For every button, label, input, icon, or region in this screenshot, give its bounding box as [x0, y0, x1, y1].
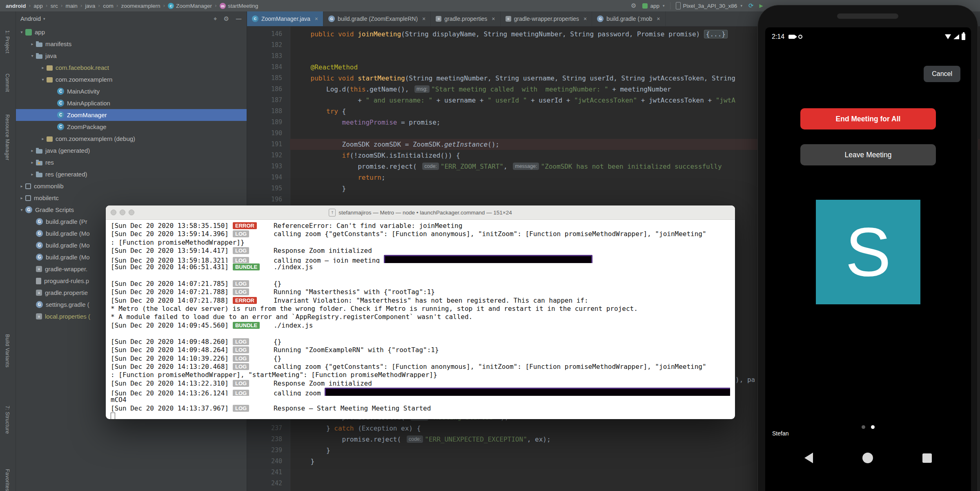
android-studio-window: android›app›src›main›java›com›zoomexampl…: [0, 0, 980, 491]
home-button[interactable]: [862, 453, 873, 463]
terminal-line: [111, 413, 730, 419]
log-badge-log: LOG: [233, 257, 249, 263]
wifi-icon: [945, 34, 951, 39]
folder-icon: [36, 149, 42, 154]
tree-item-mobilertc[interactable]: ▸mobilertc: [16, 192, 247, 204]
leave-meeting-button[interactable]: Leave Meeting: [800, 144, 936, 165]
tree-item-java-generated[interactable]: ▸java (generated): [16, 145, 247, 156]
expand-arrow-icon[interactable]: ▾: [18, 208, 25, 212]
tree-item-res[interactable]: ▸res: [16, 156, 247, 168]
gradle-icon: G: [36, 242, 43, 249]
terminal-window[interactable]: ↑ stefanmajiros — Metro — node • launchP…: [106, 205, 735, 419]
log-badge-log: LOG: [233, 338, 249, 345]
tab-zoommanager-java[interactable]: CZoomManager.java×: [247, 11, 323, 26]
terminal-line: [Sun Dec 20 2020 14:06:51.431]BUNDLE./in…: [111, 263, 730, 271]
minimize-icon[interactable]: —: [236, 15, 242, 22]
back-button[interactable]: [804, 453, 813, 463]
tab-build-gradle-zoomexamplern[interactable]: Gbuild.gradle (ZoomExampleRN)×: [323, 11, 431, 26]
expand-arrow-icon[interactable]: ▸: [18, 184, 25, 188]
module-icon: [25, 195, 31, 201]
log-badge-error: ERROR: [233, 222, 257, 229]
tree-item-com-facebook-react[interactable]: ▸com.facebook.react: [16, 62, 247, 74]
tree-item-zoompackage[interactable]: CZoomPackage: [16, 121, 247, 133]
tree-item-zoommanager[interactable]: CZoomManager: [16, 109, 247, 121]
expand-arrow-icon[interactable]: ▾: [29, 54, 36, 58]
zoom-window-icon[interactable]: [129, 210, 134, 215]
log-badge-log: LOG: [233, 280, 249, 287]
expand-arrow-icon[interactable]: ▸: [18, 196, 25, 200]
expand-arrow-icon[interactable]: ▸: [39, 65, 47, 70]
log-badge-log: LOG: [233, 363, 249, 370]
tool-window-button-resource-manager[interactable]: Resource Manager: [4, 114, 10, 161]
breadcrumb-startmeeting[interactable]: mstartMeeting: [219, 3, 259, 9]
recents-button[interactable]: [922, 453, 932, 463]
expand-arrow-icon[interactable]: ▸: [29, 172, 36, 176]
props-icon: ≡: [36, 266, 42, 272]
breadcrumb-main[interactable]: main: [65, 3, 78, 9]
tree-item-mainapplication[interactable]: CMainApplication: [16, 97, 247, 109]
tool-window-button-7-structure[interactable]: 7: Structure: [4, 406, 10, 434]
folder-icon: [36, 173, 42, 177]
terminal-output[interactable]: [Sun Dec 20 2020 13:58:35.150]ERRORRefer…: [106, 220, 735, 419]
cancel-button[interactable]: Cancel: [924, 66, 960, 82]
gear-icon[interactable]: ⚙: [224, 15, 229, 22]
tool-window-button-commit[interactable]: Commit: [4, 74, 10, 92]
terminal-line: [111, 272, 730, 280]
breadcrumb-separator-icon: ›: [163, 3, 165, 9]
run-icon[interactable]: ▶: [759, 0, 763, 11]
tab-gradle-properties[interactable]: ≡gradle.properties×: [431, 11, 500, 26]
expand-arrow-icon[interactable]: ▸: [39, 136, 47, 141]
tree-item-com-zoomexamplern-debug[interactable]: ▸com.zoomexamplern (debug): [16, 133, 247, 145]
close-tab-icon[interactable]: ×: [492, 16, 495, 22]
tab-build-gradle-mob[interactable]: Gbuild.gradle (:mob×: [592, 11, 665, 26]
sync-icon[interactable]: ⟳: [748, 0, 754, 11]
close-tab-icon[interactable]: ×: [315, 16, 318, 22]
close-tab-icon[interactable]: ×: [584, 16, 587, 22]
toolbar-right: ⚙ app ▾ Pixel_3a_API_30_x86 ▾ ⟳ ▶: [628, 0, 766, 11]
device-selector[interactable]: Pixel_3a_API_30_x86 ▾: [673, 0, 746, 11]
breadcrumb-java[interactable]: java: [85, 3, 96, 9]
breadcrumb-zoomexamplern[interactable]: zoomexamplern: [120, 3, 161, 9]
tool-window-button-1-project[interactable]: 1: Project: [4, 30, 10, 54]
minimize-window-icon[interactable]: [120, 210, 125, 215]
log-badge-error: ERROR: [233, 297, 257, 304]
android-module-icon: [25, 29, 32, 36]
tree-item-java[interactable]: ▾java: [16, 50, 247, 62]
breadcrumb-android[interactable]: android: [5, 3, 27, 9]
breadcrumb-zoommanager[interactable]: CZoomManager: [167, 3, 213, 9]
tree-item-res-generated[interactable]: ▸res (generated): [16, 168, 247, 180]
expand-arrow-icon[interactable]: ▸: [29, 148, 36, 153]
expand-arrow-icon[interactable]: ▾: [39, 77, 47, 82]
tree-item-com-zoomexamplern[interactable]: ▾com.zoomexamplern: [16, 74, 247, 85]
close-tab-icon[interactable]: ×: [657, 16, 660, 22]
package-icon: [47, 136, 53, 142]
breadcrumb-app[interactable]: app: [33, 3, 44, 9]
tree-item-app[interactable]: ▾app: [16, 26, 247, 38]
tree-item-manifests[interactable]: ▸manifests: [16, 38, 247, 50]
locate-file-icon[interactable]: ⌖: [214, 15, 217, 22]
close-window-icon[interactable]: [111, 210, 116, 215]
expand-arrow-icon[interactable]: ▾: [18, 30, 25, 34]
tree-item-commonlib[interactable]: ▸commonlib: [16, 180, 247, 192]
tab-gradle-wrapper-properties[interactable]: ≡gradle-wrapper.properties×: [501, 11, 592, 26]
end-meeting-button[interactable]: End Meeting for All: [800, 108, 936, 129]
terminal-line: [Sun Dec 20 2020 14:07:21.788]LOGRunning…: [111, 288, 730, 296]
tree-item-mainactivity[interactable]: CMainActivity: [16, 85, 247, 97]
run-configuration-selector[interactable]: app ▾: [639, 0, 668, 11]
resfolder-icon: [36, 161, 42, 165]
breadcrumb-com[interactable]: com: [102, 3, 114, 9]
breadcrumb-src[interactable]: src: [50, 3, 59, 9]
close-tab-icon[interactable]: ×: [422, 16, 425, 22]
page-dot: [862, 425, 865, 429]
terminal-line: : [Function promiseMethodWrapper], "star…: [111, 371, 730, 379]
tool-window-button-build-variants[interactable]: Build Variants: [4, 334, 10, 368]
breadcrumb-separator-icon: ›: [29, 3, 31, 9]
expand-arrow-icon[interactable]: ▸: [29, 160, 36, 165]
terminal-title-bar[interactable]: ↑ stefanmajiros — Metro — node • launchP…: [106, 205, 735, 220]
gradle-icon: G: [36, 218, 43, 225]
class-icon: C: [57, 88, 64, 95]
tool-window-button-favorites[interactable]: Favorites: [4, 469, 10, 491]
expand-arrow-icon[interactable]: ▸: [29, 42, 36, 46]
project-view-selector[interactable]: Android: [20, 16, 41, 22]
wrench-icon[interactable]: ⚙: [631, 0, 636, 11]
